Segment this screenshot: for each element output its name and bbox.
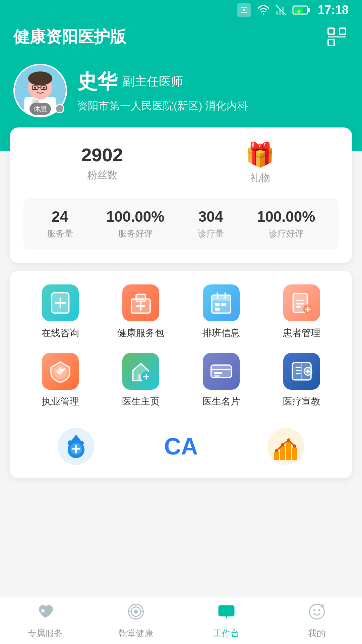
main-content: 2902 粉丝数 🎁 礼物 24 服务量 100.00% 服务好评 304 诊疗…	[0, 127, 362, 478]
patient-mgmt-icon-wrap	[283, 284, 320, 321]
practice-mgmt-icon-wrap	[42, 353, 79, 390]
status-dot	[55, 104, 64, 113]
service-schedule[interactable]: 排班信息	[184, 284, 258, 339]
battery-icon: ⚡	[292, 5, 311, 15]
status-bar: ⚡ 17:18	[0, 0, 362, 20]
service-doctor-card[interactable]: 医生名片	[184, 353, 258, 408]
service-count-metric: 24 服务量	[47, 208, 73, 239]
svg-point-72	[80, 441, 84, 445]
svg-rect-57	[214, 372, 222, 374]
ca-item[interactable]: CA	[163, 428, 199, 465]
svg-point-24	[34, 87, 36, 89]
svg-rect-42	[215, 308, 220, 311]
profile-name: 史华	[77, 68, 117, 95]
svg-rect-40	[215, 303, 220, 306]
svg-point-1	[243, 9, 245, 11]
fans-section: 2902 粉丝数	[23, 144, 181, 182]
service-health-package[interactable]: 健康服务包	[104, 284, 178, 339]
avatar-wrap: 休息	[13, 64, 67, 117]
service-rating-label: 服务好评	[106, 228, 165, 239]
gift-section[interactable]: 🎁 礼物	[181, 141, 339, 185]
svg-rect-13	[340, 28, 346, 34]
svg-point-81	[293, 444, 296, 448]
service-medical-edu[interactable]: 医疗宣教	[265, 353, 339, 408]
health-package-label: 健康服务包	[117, 327, 164, 339]
chart-item[interactable]	[267, 428, 304, 465]
svg-rect-45	[296, 300, 304, 302]
profile-job-title: 副主任医师	[123, 73, 183, 90]
profile-info: 史华 副主任医师 资阳市第一人民医院(新区) 消化内科	[77, 68, 248, 113]
consult-count-label: 诊疗量	[198, 228, 224, 239]
smiley-icon	[308, 602, 326, 625]
fans-label: 粉丝数	[23, 168, 181, 182]
nav-mine[interactable]: 我的	[272, 602, 362, 639]
svg-point-73	[267, 428, 304, 465]
svg-point-78	[275, 449, 278, 452]
svg-point-25	[43, 87, 45, 89]
svg-rect-58	[214, 375, 220, 377]
heart-badge-icon	[36, 602, 55, 625]
svg-rect-11	[328, 28, 334, 34]
service-patient-mgmt[interactable]: 患者管理	[265, 284, 339, 339]
stats-card: 2902 粉丝数 🎁 礼物 24 服务量 100.00% 服务好评 304 诊疗…	[10, 127, 352, 263]
nav-exclusive-service-label: 专属服务	[28, 628, 63, 639]
svg-rect-3	[276, 11, 278, 15]
service-rating-metric: 100.00% 服务好评	[106, 208, 165, 239]
service-count-value: 24	[47, 208, 73, 225]
waterdrop-item[interactable]	[58, 428, 95, 465]
fans-count: 2902	[23, 144, 181, 166]
top-navigation: 健康资阳医护版	[0, 20, 362, 54]
metrics-row: 24 服务量 100.00% 服务好评 304 诊疗量 100.00% 诊疗好评	[23, 198, 339, 250]
doctor-home-icon-wrap	[122, 353, 159, 390]
nav-exclusive-service[interactable]: 专属服务	[0, 602, 90, 639]
svg-text:⚡: ⚡	[296, 8, 302, 15]
service-doctor-home[interactable]: 医生主页	[104, 353, 178, 408]
consult-rating-metric: 100.00% 诊疗好评	[257, 208, 315, 239]
wifi-icon	[257, 4, 269, 16]
nav-qiantang-label: 乾堂健康	[118, 628, 153, 639]
consult-rating-value: 100.00%	[257, 208, 315, 225]
doctor-card-icon-wrap	[203, 353, 240, 390]
svg-rect-12	[328, 40, 334, 46]
ca-text: CA	[164, 433, 198, 460]
health-package-icon-wrap	[122, 284, 159, 321]
svg-point-94	[318, 609, 320, 611]
svg-rect-76	[286, 441, 291, 460]
avatar-status: 休息	[29, 103, 51, 115]
consult-rating-label: 诊疗好评	[257, 228, 315, 239]
svg-rect-75	[280, 445, 285, 460]
online-consult-label: 在线咨询	[42, 327, 79, 339]
gift-label: 礼物	[250, 171, 270, 185]
svg-rect-77	[292, 447, 297, 460]
patient-mgmt-label: 患者管理	[283, 327, 320, 339]
bottom-partial-icons: CA	[23, 421, 339, 465]
nav-workbench[interactable]: 工作台	[181, 602, 272, 639]
bottom-navigation: 专属服务 乾堂健康 工作台	[0, 597, 362, 644]
status-icons: ⚡	[257, 4, 311, 16]
online-consult-icon-wrap	[42, 284, 79, 321]
gift-icon: 🎁	[245, 141, 275, 168]
service-online-consult[interactable]: 在线咨询	[23, 284, 97, 339]
service-practice-mgmt[interactable]: 执业管理	[23, 353, 97, 408]
nav-qiantang-health[interactable]: 乾堂健康	[90, 602, 181, 639]
svg-rect-46	[296, 303, 304, 305]
schedule-label: 排班信息	[202, 327, 240, 339]
service-rating-value: 100.00%	[106, 208, 165, 225]
schedule-icon-wrap	[203, 284, 240, 321]
services-card: 在线咨询 健康服务包	[10, 271, 352, 478]
consult-count-metric: 304 诊疗量	[198, 208, 224, 239]
scan-button[interactable]	[325, 25, 349, 49]
svg-rect-32	[136, 294, 145, 301]
doctor-home-label: 医生主页	[122, 395, 160, 408]
consult-count-value: 304	[198, 208, 224, 225]
svg-rect-74	[274, 451, 279, 460]
svg-rect-41	[221, 303, 226, 306]
svg-point-80	[287, 438, 290, 442]
fans-gift-row: 2902 粉丝数 🎁 礼物	[23, 141, 339, 185]
app-title: 健康资阳医护版	[13, 26, 126, 48]
nav-workbench-label: 工作台	[213, 628, 239, 639]
svg-rect-8	[308, 8, 310, 12]
svg-point-92	[309, 604, 324, 619]
status-time: 17:18	[318, 3, 349, 17]
svg-point-84	[134, 609, 138, 613]
